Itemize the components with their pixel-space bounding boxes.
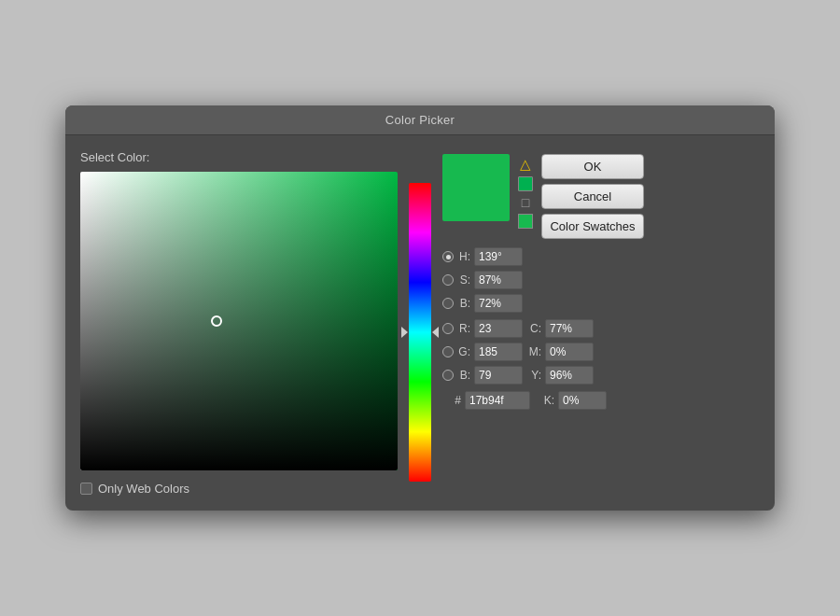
- magenta-row: M:: [528, 342, 594, 362]
- spectrum-arrow-left: [401, 327, 408, 338]
- brightness-row: B:: [442, 293, 760, 314]
- hue-radio[interactable]: [442, 251, 454, 262]
- color-field-dark-overlay: [80, 172, 398, 470]
- cyan-label: C:: [528, 322, 541, 335]
- saturation-row: S:: [442, 270, 760, 290]
- spectrum-arrow-right: [432, 327, 439, 338]
- title-bar: Color Picker: [65, 105, 775, 135]
- hex-row: #: [442, 390, 530, 411]
- spectrum-slider[interactable]: [409, 183, 431, 482]
- hue-input[interactable]: [474, 247, 523, 266]
- hue-row: H:: [442, 246, 760, 267]
- select-color-label: Select Color:: [80, 150, 398, 164]
- hex-input[interactable]: [465, 391, 530, 410]
- saturation-radio[interactable]: [442, 274, 454, 286]
- right-panel: △ □ OK Cancel Color Swatches H:: [442, 150, 760, 496]
- hue-label: H:: [457, 250, 470, 263]
- only-web-colors-checkbox[interactable]: [80, 483, 92, 495]
- hex-hash-label: #: [442, 394, 461, 407]
- color-picker-dialog: Color Picker Select Color: Only Web Colo…: [65, 105, 775, 511]
- saturation-label: S:: [457, 273, 470, 287]
- green-row: G:: [442, 342, 523, 362]
- left-panel: Select Color: Only Web Colors: [80, 150, 398, 496]
- color-swatches-button[interactable]: Color Swatches: [541, 214, 644, 239]
- blue-radio[interactable]: [442, 370, 454, 381]
- cyan-row: C:: [528, 318, 594, 339]
- cancel-button[interactable]: Cancel: [541, 184, 644, 209]
- warning-icons-col: △ □: [517, 154, 534, 229]
- brightness-radio[interactable]: [442, 298, 454, 309]
- color-preview-box: [442, 154, 510, 221]
- buttons-col: OK Cancel Color Swatches: [541, 154, 644, 239]
- red-label: R:: [457, 322, 470, 335]
- color-field[interactable]: [80, 172, 398, 470]
- black-input[interactable]: [558, 391, 607, 410]
- cyan-input[interactable]: [545, 319, 594, 338]
- rgb-section: R: G: B:: [442, 318, 523, 385]
- fields-section: H: S: B:: [442, 246, 760, 411]
- blue-row: B:: [442, 365, 523, 385]
- web-color-swatch[interactable]: [518, 176, 533, 191]
- green-radio[interactable]: [442, 346, 454, 357]
- color-preview-new: [442, 154, 510, 188]
- black-label: K:: [541, 394, 554, 407]
- brightness-label: B:: [457, 297, 470, 310]
- red-input[interactable]: [474, 319, 523, 338]
- title-label: Color Picker: [385, 113, 455, 127]
- yellow-input[interactable]: [545, 366, 594, 385]
- yellow-label: Y:: [528, 369, 541, 382]
- green-label: G:: [457, 345, 470, 358]
- warning-triangle-icon[interactable]: △: [517, 156, 534, 173]
- yellow-row: Y:: [528, 365, 594, 385]
- small-green-swatch[interactable]: [518, 214, 533, 229]
- magenta-input[interactable]: [545, 343, 594, 361]
- color-preview-current: [442, 188, 510, 221]
- red-row: R:: [442, 318, 523, 339]
- brightness-input[interactable]: [474, 294, 523, 313]
- saturation-input[interactable]: [474, 271, 523, 289]
- cube-icon[interactable]: □: [518, 195, 533, 210]
- blue-label: B:: [457, 369, 470, 382]
- black-row: K:: [541, 390, 607, 411]
- blue-input[interactable]: [474, 366, 523, 385]
- only-web-label: Only Web Colors: [98, 482, 189, 496]
- spectrum-column: [409, 169, 431, 496]
- green-input[interactable]: [474, 343, 523, 361]
- rgb-cmyk-section: R: G: B:: [442, 316, 760, 385]
- magenta-label: M:: [528, 345, 541, 358]
- cmyk-section: C: M: Y:: [528, 318, 594, 385]
- red-radio[interactable]: [442, 323, 454, 334]
- ok-button[interactable]: OK: [541, 154, 644, 179]
